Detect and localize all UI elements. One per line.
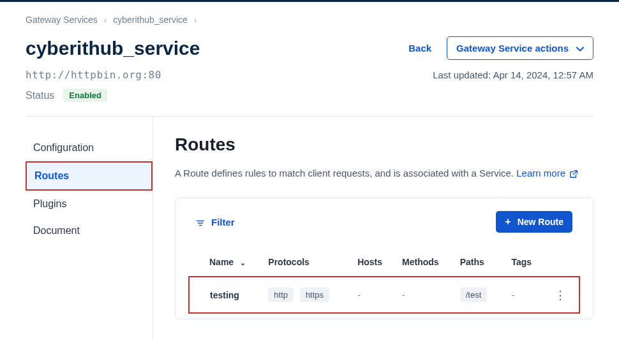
plus-icon: +	[505, 216, 511, 228]
row-actions-button[interactable]: ⋮	[543, 277, 579, 313]
filter-icon	[196, 217, 205, 228]
col-methods: Methods	[394, 248, 452, 277]
new-route-label: New Route	[518, 217, 563, 227]
chevron-right-icon: ›	[104, 15, 107, 25]
new-route-button[interactable]: + New Route	[496, 211, 572, 233]
chevron-right-icon: ›	[194, 15, 197, 25]
page-title: cyberithub_service	[26, 38, 200, 59]
path-chip: /test	[460, 288, 488, 302]
breadcrumb: Gateway Services › cyberithub_service ›	[26, 15, 593, 25]
routes-card: Filter + New Route Name ⌄	[175, 198, 593, 319]
sidebar: Configuration Routes Plugins Document	[26, 117, 153, 340]
sidebar-item-configuration[interactable]: Configuration	[26, 135, 153, 161]
service-url: http://httpbin.org:80	[26, 69, 161, 81]
routes-table: Name ⌄ Protocols Hosts Methods Paths Tag…	[188, 248, 580, 314]
chevron-down-icon	[576, 43, 584, 54]
col-name[interactable]: Name ⌄	[189, 248, 260, 277]
table-row[interactable]: testing http https - - /test -	[189, 277, 579, 313]
section-title: Routes	[175, 135, 593, 155]
more-vertical-icon: ⋮	[555, 289, 566, 302]
cell-protocols: http https	[260, 277, 350, 313]
breadcrumb-root[interactable]: Gateway Services	[26, 15, 98, 25]
gateway-service-actions-button[interactable]: Gateway Service actions	[447, 36, 593, 60]
cell-name: testing	[189, 277, 260, 313]
status-label: Status	[26, 90, 54, 101]
sidebar-item-routes[interactable]: Routes	[26, 161, 153, 191]
filter-label: Filter	[211, 217, 235, 228]
col-name-label: Name	[209, 257, 234, 267]
breadcrumb-service[interactable]: cyberithub_service	[113, 15, 188, 25]
protocol-chip: https	[300, 288, 329, 302]
col-protocols: Protocols	[260, 248, 350, 277]
sort-icon: ⌄	[240, 259, 246, 266]
section-desc-text: A Route defines rules to match client re…	[175, 168, 514, 178]
learn-more-label: Learn more	[516, 168, 565, 178]
external-link-icon	[569, 168, 578, 178]
col-tags: Tags	[503, 248, 543, 277]
filter-button[interactable]: Filter	[196, 217, 235, 228]
cell-hosts: -	[350, 277, 394, 313]
sidebar-item-plugins[interactable]: Plugins	[26, 191, 153, 217]
col-paths: Paths	[452, 248, 504, 277]
learn-more-link[interactable]: Learn more	[516, 168, 578, 178]
cell-tags: -	[503, 277, 543, 313]
sidebar-item-document[interactable]: Document	[26, 217, 153, 244]
actions-button-label: Gateway Service actions	[456, 43, 569, 54]
cell-methods: -	[394, 277, 452, 313]
back-button[interactable]: Back	[408, 43, 431, 54]
section-description: A Route defines rules to match client re…	[175, 168, 593, 178]
cell-paths: /test	[452, 277, 504, 313]
last-updated: Last updated: Apr 14, 2024, 12:57 AM	[433, 69, 593, 80]
main-content: Routes A Route defines rules to match cl…	[153, 117, 593, 340]
protocol-chip: http	[268, 288, 294, 302]
status-badge: Enabled	[63, 89, 107, 102]
col-hosts: Hosts	[350, 248, 394, 277]
